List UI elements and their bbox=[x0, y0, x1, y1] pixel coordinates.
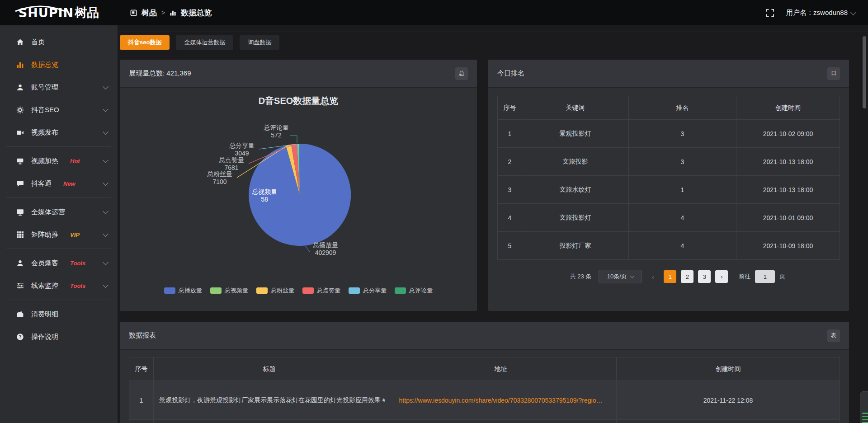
sidebar-item-矩阵助推[interactable]: 矩阵助推VIP bbox=[0, 223, 118, 246]
cell: 文旅投影灯 bbox=[522, 204, 629, 232]
floating-widget[interactable] bbox=[860, 391, 868, 423]
sidebar-item-全媒体运营[interactable]: 全媒体运营 bbox=[0, 201, 118, 223]
report-panel-header: 数据报表 表 bbox=[120, 322, 849, 350]
chevron-down-icon bbox=[103, 129, 108, 135]
chevron-down-icon bbox=[103, 231, 108, 237]
data-source-tabs: 抖音seo数据全媒体运营数据询盘数据 bbox=[120, 35, 279, 50]
table-row[interactable]: 4文旅投影灯42021-10-01 09:00 bbox=[498, 204, 840, 232]
app-square-icon bbox=[130, 9, 137, 16]
page-button-3[interactable]: 3 bbox=[698, 270, 711, 283]
report-title-cell: 景观投影灯，夜游景观投影灯厂家展示展示落花灯在花园里的灯光投影应用效果 # bbox=[154, 381, 385, 420]
breadcrumb-separator: > bbox=[161, 9, 165, 16]
cell: 4 bbox=[629, 204, 736, 232]
table-row[interactable]: 1景观投影灯，夜游景观投影灯厂家展示展示落花灯在花园里的灯光投影应用效果 #ht… bbox=[129, 381, 840, 420]
impressions-total-label: 展现量总数: 421,369 bbox=[129, 69, 191, 78]
table-mode-button[interactable]: 表 bbox=[827, 329, 840, 342]
help-icon: ? bbox=[16, 333, 24, 341]
sidebar-item-视频发布[interactable]: 视频发布 bbox=[0, 121, 118, 144]
prev-page-button[interactable]: ‹ bbox=[646, 270, 659, 283]
breadcrumb-root[interactable]: 树品 bbox=[142, 8, 157, 18]
chevron-down-icon bbox=[103, 106, 108, 112]
pie-label-总视频量: 总视频量58 bbox=[247, 188, 282, 203]
goto-page-input[interactable] bbox=[755, 270, 775, 283]
sidebar-item-label: 数据总览 bbox=[31, 61, 58, 69]
monitor-icon bbox=[16, 208, 24, 216]
header-divider bbox=[118, 32, 868, 32]
sidebar-item-label: 视频发布 bbox=[31, 128, 58, 137]
legend-item-总视频量[interactable]: 总视频量 bbox=[210, 287, 248, 295]
legend-swatch bbox=[302, 287, 314, 294]
tab-抖音seo数据[interactable]: 抖音seo数据 bbox=[120, 35, 170, 50]
tab-全媒体运营数据[interactable]: 全媒体运营数据 bbox=[176, 35, 233, 50]
video-icon bbox=[16, 129, 24, 136]
dashboard-root: SHUPIN 树品 树品 > 数据总览 用户名：zswodun88 bbox=[0, 0, 868, 423]
username-label: 用户名：zswodun88 bbox=[786, 9, 848, 17]
sidebar-item-抖客通[interactable]: 抖客通New bbox=[0, 172, 118, 195]
cell: 文旅水纹灯 bbox=[522, 176, 629, 204]
sidebar-item-视频加热[interactable]: 视频加热Hot bbox=[0, 150, 118, 172]
table-row[interactable]: 5投影灯厂家42021-10-09 18:00 bbox=[498, 232, 840, 260]
next-page-button[interactable]: › bbox=[715, 270, 728, 283]
sidebar-item-操作说明[interactable]: ?操作说明 bbox=[0, 325, 118, 348]
total-mode-button[interactable]: 总 bbox=[455, 67, 468, 80]
legend-item-总点赞量[interactable]: 总点赞量 bbox=[302, 287, 340, 295]
report-url-cell: https://www.iesdouyin.com/share/video/70… bbox=[385, 381, 617, 420]
column-header: 创建时间 bbox=[617, 357, 840, 381]
fullscreen-icon[interactable] bbox=[766, 9, 774, 17]
table-row[interactable]: 2文旅投影32021-10-13 18:00 bbox=[498, 148, 840, 176]
sidebar-item-label: 抖客通 bbox=[31, 179, 52, 188]
cell: 2021-10-02 09:00 bbox=[736, 120, 840, 148]
chevron-down-icon bbox=[630, 274, 634, 278]
legend-swatch bbox=[395, 287, 406, 294]
cell: 2021-10-09 18:00 bbox=[736, 232, 840, 260]
table-header-row: 序号关键词排名创建时间 bbox=[498, 96, 840, 120]
day-mode-button[interactable]: 日 bbox=[827, 67, 840, 80]
table-row[interactable] bbox=[129, 420, 840, 423]
report-table-wrap: 序号标题地址创建时间1景观投影灯，夜游景观投影灯厂家展示展示落花灯在花园里的灯光… bbox=[120, 350, 849, 423]
sidebar-item-数据总览[interactable]: 数据总览 bbox=[0, 53, 118, 76]
legend-item-总分享量[interactable]: 总分享量 bbox=[349, 287, 387, 295]
sidebar-item-线索监控[interactable]: 线索监控Tools bbox=[0, 274, 118, 297]
tab-询盘数据[interactable]: 询盘数据 bbox=[240, 35, 279, 50]
sidebar-item-会员爆客[interactable]: 会员爆客Tools bbox=[0, 252, 118, 274]
cell: 2021-11-22 12:08 bbox=[617, 381, 840, 420]
legend-label: 总视频量 bbox=[225, 287, 248, 295]
column-header: 创建时间 bbox=[736, 96, 840, 120]
report-url-link[interactable]: https://www.iesdouyin.com/share/video/70… bbox=[399, 397, 603, 404]
cell: 3 bbox=[498, 176, 522, 204]
scrollbar-thumb[interactable] bbox=[863, 36, 866, 108]
chevron-down-icon bbox=[103, 282, 108, 288]
chevron-down-icon bbox=[103, 208, 108, 214]
chart-panel-header: 展现量总数: 421,369 总 bbox=[120, 60, 477, 88]
legend-item-总粉丝量[interactable]: 总粉丝量 bbox=[256, 287, 294, 295]
sidebar-item-首页[interactable]: 首页 bbox=[0, 31, 118, 53]
page-button-1[interactable]: 1 bbox=[664, 270, 676, 283]
app-logo: SHUPIN 树品 bbox=[0, 5, 118, 21]
page-size-select[interactable]: 10条/页 bbox=[599, 270, 642, 283]
legend-item-总播放量[interactable]: 总播放量 bbox=[164, 287, 202, 295]
chevron-down-icon bbox=[103, 180, 108, 186]
member-icon bbox=[16, 259, 24, 267]
username-menu[interactable]: 用户名：zswodun88 bbox=[786, 9, 855, 17]
pie-chart: D音SEO数据量总览 总播放量总视频量总粉丝量总点赞量总分享量总评论量 总播放量… bbox=[120, 88, 477, 310]
cell: 1 bbox=[129, 381, 154, 420]
sidebar-item-label: 抖音SEO bbox=[31, 106, 59, 114]
sidebar-item-消费明细[interactable]: 消费明细 bbox=[0, 303, 118, 325]
bar-chart-icon bbox=[170, 9, 176, 16]
ranking-table: 序号关键词排名创建时间1景观投影灯32021-10-02 09:002文旅投影3… bbox=[497, 96, 840, 260]
sidebar-item-抖音SEO[interactable]: 抖音SEO bbox=[0, 99, 118, 121]
logo-text-cn: 树品 bbox=[75, 5, 99, 21]
table-row[interactable]: 1景观投影灯32021-10-02 09:00 bbox=[498, 120, 840, 148]
goto-label: 前往 bbox=[739, 273, 750, 281]
sidebar-item-账号管理[interactable]: 账号管理 bbox=[0, 76, 118, 99]
legend-label: 总评论量 bbox=[409, 287, 433, 295]
chevron-down-icon bbox=[103, 84, 108, 89]
sidebar-badge: New bbox=[63, 180, 75, 187]
chevron-down-icon bbox=[103, 259, 108, 265]
legend-item-总评论量[interactable]: 总评论量 bbox=[395, 287, 433, 295]
breadcrumb-current: 数据总览 bbox=[181, 8, 212, 18]
chart-title: D音SEO数据量总览 bbox=[120, 95, 477, 107]
table-row[interactable]: 3文旅水纹灯12021-10-13 18:00 bbox=[498, 176, 840, 204]
page-button-2[interactable]: 2 bbox=[681, 270, 693, 283]
sidebar-item-label: 全媒体运营 bbox=[31, 208, 65, 216]
